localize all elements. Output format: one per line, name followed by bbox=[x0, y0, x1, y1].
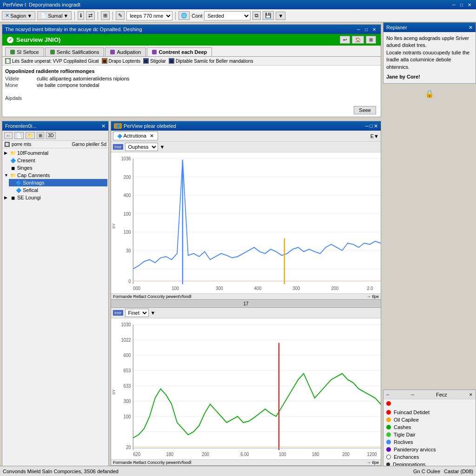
green-header-btns: ↩ 🏠 ⊞ bbox=[340, 36, 376, 44]
separator-4 bbox=[175, 12, 176, 20]
legend-label-paniderory: Paniderory arviccs bbox=[394, 447, 436, 452]
tree-close[interactable]: ✕ bbox=[101, 123, 106, 129]
chart-2-footer: Formande Retlact Conccrity pewentVfoodl … bbox=[111, 459, 381, 465]
green-btn-2[interactable]: 🏠 bbox=[352, 36, 364, 44]
legend-red-dot-row bbox=[383, 399, 476, 409]
chart-1-dropdown[interactable]: ▼ bbox=[160, 144, 165, 150]
subtoolbar-item-3[interactable]: ▤ Stigolar bbox=[143, 58, 166, 64]
chart-maximize[interactable]: □ bbox=[370, 123, 373, 129]
dialog-title-text: The ncaryd inent bitteraly in the acuye … bbox=[5, 26, 142, 32]
tab-si-sefoce[interactable]: SI Sefoce bbox=[5, 47, 44, 56]
tree-filter-1: 🔲 bbox=[4, 142, 10, 147]
tree-label-1: 10fFoumental bbox=[17, 150, 48, 156]
tree-item-sefical[interactable]: 🔷 Sefical bbox=[9, 186, 107, 194]
replaner-close[interactable]: ✕ bbox=[469, 25, 473, 31]
save-button[interactable]: Seee bbox=[354, 106, 376, 114]
replaner-content: No ltes aceng adograds upple Sriver adue… bbox=[383, 32, 476, 83]
subtoolbar-icon-1: 📄 bbox=[5, 58, 11, 64]
svg-text:100: 100 bbox=[124, 414, 131, 419]
legend-dot-tigle bbox=[386, 432, 391, 437]
chart-tab-close[interactable]: ✕ bbox=[150, 133, 154, 139]
grid-button[interactable]: ⊞ bbox=[101, 11, 110, 20]
chart-title-text: PerView plear olebeled bbox=[124, 123, 176, 129]
dialog-minimize[interactable]: ─ bbox=[355, 27, 362, 32]
tree-item-cresent[interactable]: 🔷 Cresent bbox=[3, 157, 107, 164]
svg-text:653: 653 bbox=[124, 368, 131, 373]
tab-senlic[interactable]: Senlic Salifications bbox=[45, 47, 105, 56]
tree-folder-btn[interactable]: 📁 bbox=[26, 132, 35, 139]
legend-label-cashes: Cashes bbox=[394, 424, 411, 430]
dialog-close[interactable]: ✕ bbox=[370, 27, 378, 32]
chart-2-body: 1030 1022 600 653 633 300 100 20 IIY bbox=[111, 318, 381, 459]
normal-button[interactable]: 📄 Sumal ▼ bbox=[37, 11, 72, 20]
chart-2-select[interactable]: Finet bbox=[125, 309, 149, 317]
save-toolbar-button[interactable]: 💾 bbox=[263, 11, 274, 20]
globe-button[interactable]: 🌐 bbox=[178, 11, 190, 20]
maximize-button[interactable]: □ bbox=[458, 2, 465, 7]
tree-new-btn[interactable]: 📄 bbox=[14, 132, 24, 139]
chart-window-controls: ─ □ ✕ bbox=[365, 123, 378, 129]
chart-menu-btn[interactable]: E▼ bbox=[370, 133, 379, 139]
legend-minimize-btn[interactable]: ─ bbox=[386, 392, 389, 397]
legend-close[interactable]: ✕ bbox=[469, 392, 473, 397]
green-btn-1[interactable]: ↩ bbox=[340, 36, 350, 44]
legend-dot-fuincad bbox=[386, 410, 391, 415]
legend-item-paniderory: Paniderory arviccs bbox=[383, 446, 476, 453]
tree-item-soninags[interactable]: 🔷 SonInags bbox=[9, 179, 107, 186]
section-button[interactable]: ✕ Sagion ▼ bbox=[2, 11, 35, 20]
chart-1-footer-right: → tlpe bbox=[367, 294, 379, 299]
subtoolbar-item-1[interactable]: 📄 Lés Sadre unperat: VVP Coppliaited Gic… bbox=[5, 58, 99, 64]
chart-2-footer-right: → tlpe bbox=[367, 460, 379, 465]
svg-text:300: 300 bbox=[293, 286, 300, 291]
dialog-controls: ─ □ ✕ bbox=[355, 27, 378, 32]
chart-minimize[interactable]: ─ bbox=[365, 123, 369, 129]
close-button[interactable]: ✕ bbox=[466, 2, 473, 7]
legend-panel: ─ ─ Fecz ✕ Fuincad Detidet Oil Capilee C… bbox=[383, 390, 476, 476]
tree-table-btn[interactable]: ⊞ bbox=[37, 132, 44, 139]
tree-3d-btn[interactable]: 3D bbox=[46, 132, 56, 139]
tree-item-5inges[interactable]: ◼ 5inges bbox=[3, 164, 107, 172]
copy-button[interactable]: ⧉ bbox=[252, 11, 261, 20]
tree-title-text: Fronenlen0i... bbox=[5, 123, 36, 129]
prop-value-1: cullic allipanteg aatomieratiidems nipio… bbox=[37, 76, 378, 81]
tree-panel: Fronenlen0i... ✕ ← 📄 📁 ⊞ 3D 🔲 porre mts … bbox=[2, 121, 109, 474]
app-title: PerfView I: Deporyinands inogradt bbox=[3, 2, 80, 7]
tab-contrent[interactable]: Contrent each Deep bbox=[147, 47, 212, 56]
svg-text:180: 180 bbox=[166, 452, 173, 457]
subtoolbar-item-2[interactable]: ▦ Drapo Loptents bbox=[102, 58, 140, 64]
leeps-select[interactable]: leeps 770 nme bbox=[126, 11, 172, 20]
chart-close[interactable]: ✕ bbox=[374, 123, 378, 129]
dialog-title-bar: The ncaryd inent bitteraly in the acuye … bbox=[2, 25, 381, 34]
more-button[interactable]: ▼ bbox=[276, 12, 285, 20]
legend-item-roclives: Roclives bbox=[383, 438, 476, 446]
serded-select[interactable]: Serded bbox=[204, 11, 251, 20]
chart-tab-actrutiona[interactable]: 🔷 Actrutiona ✕ bbox=[113, 132, 158, 140]
green-btn-3[interactable]: ⊞ bbox=[366, 36, 376, 44]
legend-item-cashes: Cashes bbox=[383, 423, 476, 431]
dialog-maximize[interactable]: □ bbox=[363, 27, 370, 32]
chart-2-dropdown[interactable]: ▼ bbox=[151, 310, 156, 316]
chart-1-select[interactable]: Ouphess bbox=[125, 143, 158, 151]
svg-text:0: 0 bbox=[128, 278, 131, 284]
tree-item-se-loungi[interactable]: ▶ ◼ SE Loungi bbox=[3, 194, 107, 201]
chart-title-bar: 🔷 PerView plear olebeled ─ □ ✕ bbox=[111, 121, 381, 131]
chart-1-icon: Inor bbox=[113, 144, 123, 150]
subtoolbar-item-4[interactable]: ▤ Diptable Samiic for Beller mandations bbox=[169, 58, 253, 64]
minimize-button[interactable]: ─ bbox=[450, 2, 457, 7]
tree-item-cap-cannents[interactable]: ▼ 📁 Cap Cannents bbox=[3, 172, 107, 179]
tree-back-btn[interactable]: ← bbox=[4, 132, 13, 139]
chart-tab-icon: 🔷 bbox=[117, 134, 122, 139]
edit-button[interactable]: ✎ bbox=[116, 11, 125, 20]
chart-panel: 🔷 PerView plear olebeled ─ □ ✕ 🔷 Actruti… bbox=[111, 121, 381, 474]
tree-content: ▶ 📁 10fFoumental 🔷 Cresent ◼ 5inges bbox=[2, 148, 108, 474]
share-button[interactable]: ⇄ bbox=[86, 11, 95, 20]
status-right-2: Castar (D08) bbox=[444, 469, 473, 474]
normal-label: Sumal bbox=[48, 13, 62, 19]
legend-dash[interactable]: ─ bbox=[411, 392, 414, 397]
tab-audipation[interactable]: Audipation bbox=[105, 47, 146, 56]
tree-item-foumental[interactable]: ▶ 📁 10fFoumental bbox=[3, 149, 107, 157]
info-button[interactable]: ℹ bbox=[78, 11, 84, 20]
legend-dot-roclives bbox=[386, 440, 391, 444]
window-controls: ─ □ ✕ bbox=[450, 2, 473, 7]
tab-icon-1 bbox=[10, 50, 15, 54]
